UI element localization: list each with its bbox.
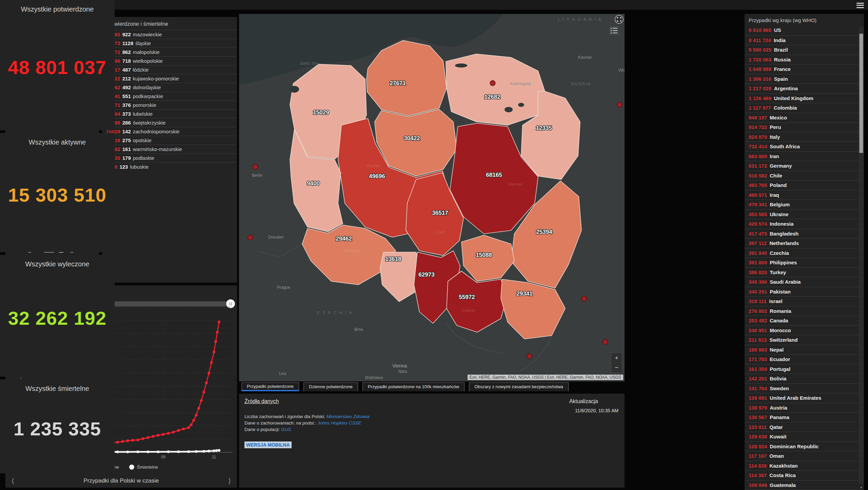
voivodeship-row[interactable]: 30422212kujawsko-pomorskie: [102, 74, 237, 83]
poland-choropleth-map[interactable]: L I T H U A N I AKaunasVilniKaliningradR…: [239, 14, 625, 381]
map-tab[interactable]: Przypadki potwierdzone: [241, 382, 299, 391]
chart-next-arrow[interactable]: ⟩: [228, 477, 231, 485]
country-row[interactable]: 161 350Portugal: [745, 364, 864, 374]
country-row[interactable]: 129 638Kuwait: [745, 432, 864, 441]
country-row[interactable]: 114 826Kazakhstan: [745, 461, 864, 471]
country-row[interactable]: 949 197Mexico: [745, 113, 864, 122]
country-row[interactable]: 516 582Chile: [745, 171, 864, 181]
region-value-zachodniopomorskie: 15029: [313, 109, 329, 116]
map-tab[interactable]: Dzienne potwierdzone: [303, 382, 358, 391]
voivodeship-row[interactable]: 27671376pomorskie: [102, 100, 237, 109]
country-row[interactable]: 453 565Ukraine: [745, 209, 864, 219]
country-row[interactable]: 391 809Philippines: [745, 258, 864, 267]
country-list-scrollbar[interactable]: [859, 27, 864, 484]
country-row[interactable]: 631 172Germany: [745, 161, 864, 171]
voivodeship-row[interactable]: 49696718wielkopolskie: [102, 56, 237, 65]
case-marker[interactable]: [253, 165, 258, 170]
map-label: Łódź: [436, 230, 445, 235]
voivodeship-row[interactable]: 68165922mazowieckie: [102, 30, 237, 39]
country-row[interactable]: 824 879Italy: [745, 132, 864, 142]
voivodeship-row[interactable]: 9400123lubuskie: [102, 162, 237, 171]
voivodeship-row[interactable]: 55972862małopolskie: [102, 48, 237, 56]
layers-list-icon[interactable]: [609, 25, 619, 36]
data-point: [213, 449, 215, 452]
country-row[interactable]: 663 800Iran: [745, 151, 864, 161]
country-row[interactable]: 417 475Bangladesh: [745, 229, 864, 239]
region-swietokrzyskie[interactable]: [461, 235, 514, 281]
source-link[interactable]: Johns Hopkins CSSE: [317, 420, 361, 426]
case-marker[interactable]: [603, 340, 608, 345]
country-row[interactable]: 489 571Iraq: [745, 190, 864, 200]
country-row[interactable]: 1 306 316Spain: [745, 74, 864, 84]
expand-icon[interactable]: [614, 15, 624, 24]
country-row[interactable]: 397 112Netherlands: [745, 238, 864, 248]
map-tab[interactable]: Obszary z nowymi zasadami bezpieczeństwa: [469, 382, 569, 391]
country-row[interactable]: 253 482Canada: [745, 316, 864, 325]
country-row[interactable]: 9 610 965US: [745, 25, 864, 35]
country-row[interactable]: 117 167Oman: [745, 451, 864, 461]
zoom-in-button[interactable]: +: [612, 354, 621, 362]
source-link[interactable]: Ministerstwo Zdrowia: [327, 414, 370, 419]
voivodeship-row[interactable]: 12335179podlaskie: [102, 153, 237, 162]
case-marker[interactable]: [617, 102, 622, 108]
region-pomorskie[interactable]: [367, 40, 447, 116]
country-row[interactable]: 732 414South Africa: [745, 142, 864, 151]
legend-item[interactable]: Śmiertelne: [129, 465, 158, 470]
country-row[interactable]: 386 820Turkey: [745, 267, 864, 277]
country-row[interactable]: 1 217 028Argentina: [745, 83, 864, 93]
country-row[interactable]: 136 567Panama: [745, 412, 864, 422]
scroll-down-icon[interactable]: ▼: [859, 486, 863, 489]
case-marker[interactable]: [527, 354, 532, 359]
country-row[interactable]: 318 111Israel: [745, 296, 864, 306]
voivodeship-row[interactable]: 629731128śląskie: [102, 39, 237, 48]
menu-icon[interactable]: [856, 3, 864, 8]
vistula-lagoon: [455, 63, 467, 68]
country-row[interactable]: 142 201Bolivia: [745, 374, 864, 383]
map-tab[interactable]: Przypadki potwierdzone na 100k mieszkańc…: [362, 382, 465, 391]
country-row[interactable]: 8 411 724India: [745, 35, 864, 45]
map-panel[interactable]: L I T H U A N I AKaunasVilniKaliningradR…: [239, 14, 625, 381]
voivodeship-row[interactable]: 25394373lubelskie: [102, 109, 237, 118]
country-row[interactable]: 493 765Poland: [745, 180, 864, 190]
region-podkarpackie[interactable]: [501, 279, 565, 339]
voivodeship-row[interactable]: 36517487łódzkie: [102, 65, 237, 74]
country-row[interactable]: 114 367Costa Rica: [745, 470, 864, 480]
case-marker[interactable]: [582, 296, 587, 301]
country-row[interactable]: 914 722Peru: [745, 122, 864, 132]
country-row[interactable]: 349 386Saudi Arabia: [745, 277, 864, 287]
scrollbar-thumb[interactable]: [859, 34, 863, 153]
voivodeship-row[interactable]: 13618275opolskie: [102, 136, 237, 145]
country-row[interactable]: 479 341Belgium: [745, 200, 864, 209]
data-point: [177, 450, 180, 453]
mobile-version-link[interactable]: WERSJA MOBILNA: [244, 441, 292, 448]
country-row[interactable]: 340 251Pakistan: [745, 287, 864, 297]
country-row[interactable]: 128 824Dominican Republic: [745, 441, 864, 451]
country-row[interactable]: 141 764Sweden: [745, 383, 864, 393]
country-row[interactable]: 1 720 063Russia: [745, 55, 864, 64]
case-marker[interactable]: [248, 235, 253, 240]
global-active-card: Wszystkie aktywne 15 303 510: [0, 133, 115, 252]
country-row[interactable]: 188 883Nepal: [745, 345, 864, 355]
country-row[interactable]: 138 979Austria: [745, 403, 864, 413]
voivodeship-row[interactable]: 29462492dolnośląskie: [102, 83, 237, 92]
country-row[interactable]: 211 913Switzerland: [745, 335, 864, 345]
voivodeship-row[interactable]: 15088286świętokrzyskie: [102, 118, 237, 127]
country-row[interactable]: 1 126 469United Kingdom: [745, 93, 864, 103]
country-row[interactable]: 240 951Morocco: [745, 325, 864, 335]
voivodeship-row[interactable]: 29341551podkarpackie: [102, 92, 237, 100]
country-row[interactable]: 276 802Romania: [745, 306, 864, 316]
country-row[interactable]: 139 891United Arab Emirates: [745, 393, 864, 403]
country-row[interactable]: 5 590 025Brazil: [745, 45, 864, 55]
country-row[interactable]: 1 648 989France: [745, 64, 864, 74]
country-row[interactable]: 109 849Guatemala: [745, 480, 864, 490]
country-row[interactable]: 1 117 977Colombia: [745, 103, 864, 113]
voivodeship-row[interactable]: 12682161warmińsko-mazurskie: [102, 145, 237, 153]
country-row[interactable]: 429 574Indonesia: [745, 219, 864, 229]
country-row[interactable]: 391 945Czechia: [745, 248, 864, 258]
voivodeship-row[interactable]: 15029142zachodniopomorskie: [102, 127, 237, 136]
country-row[interactable]: 171 783Ecuador: [745, 354, 864, 364]
case-marker[interactable]: [490, 81, 495, 86]
country-row[interactable]: 133 811Qatar: [745, 422, 864, 432]
zoom-out-button[interactable]: −: [612, 363, 621, 372]
source-link[interactable]: GUS: [281, 427, 291, 432]
